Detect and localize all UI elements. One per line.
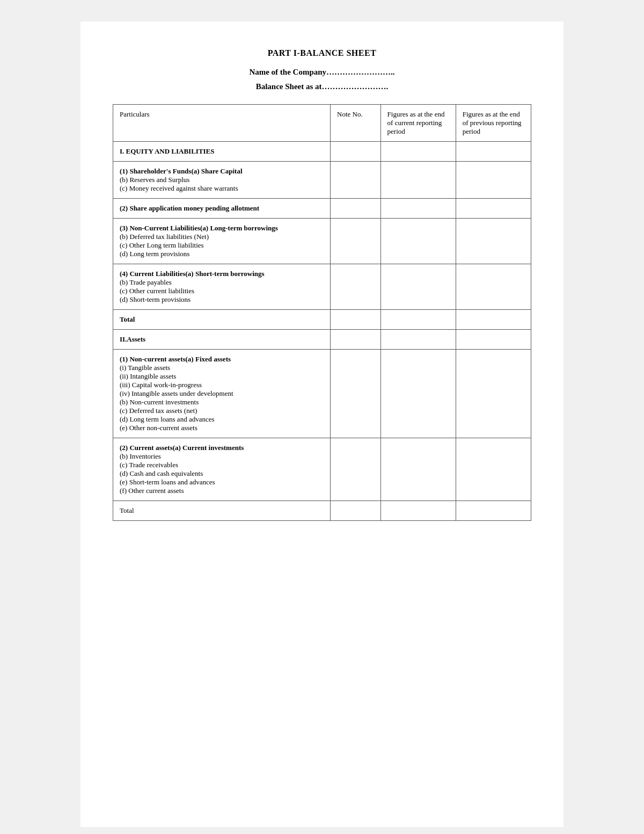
- non-current-assets-b: (b) Non-current investments: [120, 398, 199, 406]
- non-current-assets-label: (1) Non-current assets(a) Fixed assets (…: [113, 350, 331, 438]
- total-previous-1: [456, 310, 531, 330]
- non-current-liabilities-previous: [456, 219, 531, 264]
- non-current-assets-iv: (iv) Intangible assets under development: [120, 389, 233, 397]
- non-current-assets-current: [380, 350, 456, 438]
- current-assets-previous: [456, 438, 531, 501]
- current-liabilities-a: (a) Short-term borrowings: [186, 270, 265, 278]
- non-current-assets-i: (i) Tangible assets: [120, 364, 170, 372]
- page-title: PART I-BALANCE SHEET: [113, 48, 531, 58]
- total-text-2: Total: [120, 506, 134, 514]
- current-assets-f: (f) Other current assets: [120, 487, 184, 495]
- shareholder-funds-row: (1) Shareholder's Funds(a) Share Capital…: [113, 162, 531, 199]
- current-assets-row: (2) Current assets(a) Current investment…: [113, 438, 531, 501]
- current-assets-note: [331, 438, 380, 501]
- non-current-liabilities-a: (a) Long-term borrowings: [200, 224, 278, 232]
- share-application-row: (2) Share application money pending allo…: [113, 199, 531, 219]
- current-assets-e: (e) Short-term loans and advances: [120, 478, 215, 486]
- shareholder-funds-title: (1) Shareholder's Funds: [120, 167, 191, 175]
- current-liabilities-row: (4) Current Liabilities(a) Short-term bo…: [113, 264, 531, 310]
- total-current-2: [380, 501, 456, 521]
- assets-header-row: II.Assets: [113, 330, 531, 350]
- non-current-liabilities-row: (3) Non-Current Liabilities(a) Long-term…: [113, 219, 531, 264]
- non-current-liabilities-d: (d) Long term provisions: [120, 250, 189, 258]
- total-current-1: [380, 310, 456, 330]
- non-current-liabilities-b: (b) Deferred tax liabilities (Net): [120, 233, 209, 241]
- balance-sheet-table: Particulars Note No. Figures as at the e…: [113, 104, 531, 521]
- non-current-assets-ii: (ii) Intangible assets: [120, 372, 176, 380]
- current-liabilities-title: (4) Current Liabilities: [120, 270, 186, 278]
- total-label-1: Total: [113, 310, 331, 330]
- current-assets-title: (2) Current assets: [120, 444, 173, 452]
- current-liabilities-current: [380, 264, 456, 310]
- assets-header-current: [380, 330, 456, 350]
- non-current-assets-note: [331, 350, 380, 438]
- shareholder-funds-b: (b) Reserves and Surplus: [120, 176, 189, 184]
- non-current-liabilities-note: [331, 219, 380, 264]
- non-current-liabilities-label: (3) Non-Current Liabilities(a) Long-term…: [113, 219, 331, 264]
- header-figures-previous: Figures as at the end of previous report…: [456, 105, 531, 142]
- shareholder-funds-previous: [456, 162, 531, 199]
- equity-liabilities-previous: [456, 142, 531, 162]
- equity-liabilities-label: I. EQUITY AND LIABILITIES: [113, 142, 331, 162]
- non-current-assets-d: (d) Long term loans and advances: [120, 415, 215, 423]
- total-label-2: Total: [113, 501, 331, 521]
- current-assets-a: (a) Current investments: [173, 444, 244, 452]
- assets-header-note: [331, 330, 380, 350]
- shareholder-funds-label: (1) Shareholder's Funds(a) Share Capital…: [113, 162, 331, 199]
- header-note-no: Note No.: [331, 105, 380, 142]
- share-application-label: (2) Share application money pending allo…: [113, 199, 331, 219]
- assets-header-label: II.Assets: [113, 330, 331, 350]
- current-liabilities-d: (d) Short-term provisions: [120, 295, 191, 303]
- non-current-assets-previous: [456, 350, 531, 438]
- shareholder-funds-c: (c) Money received against share warrant…: [120, 184, 238, 192]
- page-container: PART I-BALANCE SHEET Name of the Company…: [80, 21, 564, 827]
- balance-sheet-title: Balance Sheet as at…………………….: [113, 82, 531, 91]
- total-row-1: Total: [113, 310, 531, 330]
- non-current-assets-a: (a) Fixed assets: [186, 355, 231, 363]
- share-application-note: [331, 199, 380, 219]
- current-liabilities-c: (c) Other current liabilities: [120, 287, 194, 295]
- non-current-assets-iii: (iii) Capital work-in-progress: [120, 381, 202, 389]
- equity-liabilities-header-row: I. EQUITY AND LIABILITIES: [113, 142, 531, 162]
- current-assets-d: (d) Cash and cash equivalents: [120, 469, 203, 477]
- current-assets-b: (b) Inventories: [120, 452, 161, 460]
- table-header-row: Particulars Note No. Figures as at the e…: [113, 105, 531, 142]
- non-current-assets-e: (e) Other non-current assets: [120, 424, 197, 432]
- current-liabilities-note: [331, 264, 380, 310]
- current-assets-label: (2) Current assets(a) Current investment…: [113, 438, 331, 501]
- shareholder-funds-current: [380, 162, 456, 199]
- shareholder-funds-note: [331, 162, 380, 199]
- non-current-liabilities-title: (3) Non-Current Liabilities: [120, 224, 200, 232]
- company-name: Name of the Company……………………..: [113, 68, 531, 77]
- header-figures-current: Figures as at the end of current reporti…: [380, 105, 456, 142]
- non-current-liabilities-current: [380, 219, 456, 264]
- non-current-assets-row: (1) Non-current assets(a) Fixed assets (…: [113, 350, 531, 438]
- assets-header-previous: [456, 330, 531, 350]
- share-application-current: [380, 199, 456, 219]
- total-previous-2: [456, 501, 531, 521]
- equity-liabilities-current: [380, 142, 456, 162]
- share-application-previous: [456, 199, 531, 219]
- header-particulars: Particulars: [113, 105, 331, 142]
- total-note-2: [331, 501, 380, 521]
- assets-header-text: II.Assets: [120, 335, 145, 343]
- equity-liabilities-note: [331, 142, 380, 162]
- non-current-assets-title: (1) Non-current assets: [120, 355, 186, 363]
- current-liabilities-b: (b) Trade payables: [120, 278, 172, 286]
- total-row-2: Total: [113, 501, 531, 521]
- non-current-assets-c: (c) Deferred tax assets (net): [120, 407, 197, 415]
- current-assets-current: [380, 438, 456, 501]
- total-text-1: Total: [120, 315, 135, 323]
- current-liabilities-previous: [456, 264, 531, 310]
- total-note-1: [331, 310, 380, 330]
- non-current-liabilities-c: (c) Other Long term liabilities: [120, 241, 204, 249]
- shareholder-funds-a: (a) Share Capital: [191, 167, 242, 175]
- current-assets-c: (c) Trade receivables: [120, 461, 178, 469]
- current-liabilities-label: (4) Current Liabilities(a) Short-term bo…: [113, 264, 331, 310]
- share-application-text: (2) Share application money pending allo…: [120, 204, 259, 212]
